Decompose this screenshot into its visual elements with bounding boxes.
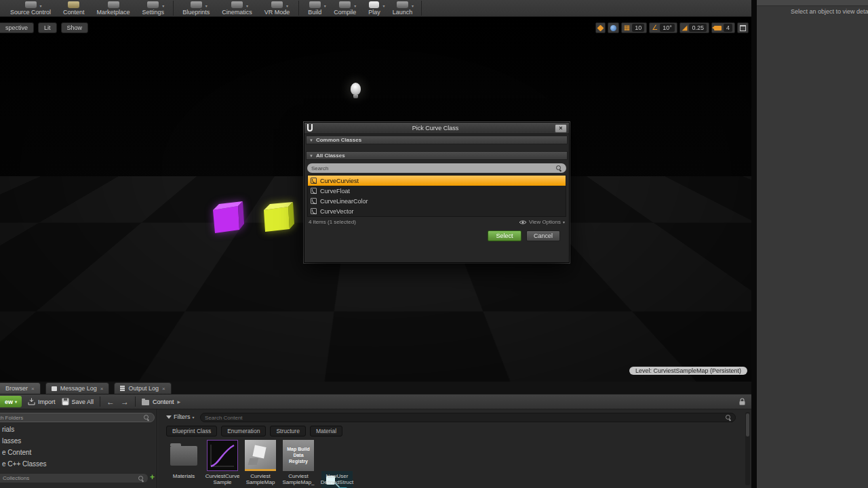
point-light-actor[interactable] bbox=[351, 83, 361, 98]
save-all-button[interactable]: Save All bbox=[62, 398, 94, 405]
cinematics-button[interactable]: ▾ Cinematics bbox=[216, 1, 258, 16]
asset-tile-curviestcurve-sample[interactable] bbox=[207, 440, 238, 471]
blueprints-button[interactable]: ▾ Blueprints bbox=[176, 1, 216, 16]
vr-mode-button[interactable]: ▾ VR Mode bbox=[258, 1, 296, 16]
grid-snap-value[interactable]: 10 bbox=[632, 24, 644, 32]
filter-chip-structure[interactable]: Structure bbox=[270, 426, 306, 436]
asset-tile-curviest-samplemap[interactable] bbox=[245, 440, 276, 471]
tab-output-log[interactable]: Output Log × bbox=[114, 382, 171, 394]
camera-speed-value[interactable]: 4 bbox=[724, 24, 732, 32]
dropdown-caret-icon: ▾ bbox=[563, 220, 565, 224]
section-collapse-icon: ▼ bbox=[309, 154, 313, 158]
save-all-label: Save All bbox=[72, 399, 94, 405]
folders-search-input[interactable] bbox=[0, 415, 141, 421]
rotation-snap-value[interactable]: 10° bbox=[660, 24, 675, 32]
search-icon bbox=[556, 165, 562, 171]
yellow-cube-actor[interactable] bbox=[260, 201, 295, 233]
add-new-button[interactable]: ew ▾ bbox=[0, 396, 22, 407]
lock-icon[interactable] bbox=[738, 398, 746, 406]
details-hint-text: Select an object to view deta bbox=[791, 8, 868, 15]
source-control-button[interactable]: ▾ Source Control bbox=[4, 1, 57, 16]
scale-snap-value[interactable]: 0.25 bbox=[689, 24, 707, 32]
class-name: CurveCurviest bbox=[320, 178, 359, 184]
asset-label: CurviestCurve Sample bbox=[203, 474, 242, 485]
close-icon[interactable]: × bbox=[162, 386, 165, 392]
show-button[interactable]: Show bbox=[61, 22, 89, 33]
section-collapse-icon: ▼ bbox=[309, 138, 313, 142]
class-row-curvelinearcolor[interactable]: CurveLinearColor bbox=[308, 196, 566, 206]
dropdown-caret-icon: ▾ bbox=[324, 3, 326, 8]
thumbnail-text: Data bbox=[293, 453, 303, 458]
folder-tree-item-engine-content[interactable]: e Content bbox=[2, 449, 31, 456]
toolbar-separator bbox=[421, 1, 422, 16]
dropdown-caret-icon: ▾ bbox=[193, 415, 195, 420]
scrollbar-thumb[interactable] bbox=[746, 413, 749, 436]
breadcrumb-caret-icon[interactable]: ▶ bbox=[178, 399, 181, 404]
class-row-curvevector[interactable]: CurveVector bbox=[308, 206, 566, 216]
import-button[interactable]: Import bbox=[28, 398, 56, 405]
filter-chip-material[interactable]: Material bbox=[310, 426, 342, 436]
folder-tree-item-classes[interactable]: lasses bbox=[2, 437, 21, 445]
dialog-titlebar[interactable]: Pick Curve Class × bbox=[304, 123, 569, 134]
grid-snap-icon[interactable]: ▦ bbox=[624, 24, 630, 31]
vr-mode-icon bbox=[271, 1, 283, 8]
marketplace-icon bbox=[108, 1, 119, 8]
collections-input[interactable] bbox=[3, 475, 136, 481]
folder-tree-item-materials[interactable]: rials bbox=[2, 426, 14, 433]
dropdown-caret-icon: ▾ bbox=[40, 3, 42, 8]
asset-tile-materials-folder[interactable] bbox=[168, 440, 199, 471]
build-icon bbox=[309, 1, 321, 8]
filters-button[interactable]: Filters ▾ bbox=[166, 413, 195, 420]
folder-tree-item-engine-cpp-classes[interactable]: e C++ Classes bbox=[2, 460, 47, 468]
back-arrow-icon[interactable]: ← bbox=[106, 398, 115, 406]
settings-button[interactable]: ▾ Settings bbox=[136, 1, 171, 16]
forward-arrow-icon[interactable]: → bbox=[121, 398, 129, 406]
scale-snap-icon[interactable]: ◢ bbox=[682, 24, 688, 31]
asset-tile-samplemap-builddata[interactable]: Map Build Data Registry bbox=[283, 440, 314, 471]
asset-label: Curviest SampleMap_ bbox=[279, 474, 318, 485]
surface-snap-button[interactable] bbox=[595, 22, 606, 33]
launch-button[interactable]: ▾ Launch bbox=[387, 1, 419, 16]
toolbar-separator bbox=[100, 396, 100, 407]
build-button[interactable]: ▾ Build bbox=[302, 1, 328, 16]
rotation-snap-icon[interactable]: ∠ bbox=[652, 24, 658, 31]
level-status-label: Level: CurviestSampleMap (Persistent) bbox=[629, 367, 747, 375]
asset-name-line: Materials bbox=[164, 474, 203, 480]
tab-content-browser[interactable]: Browser × bbox=[0, 382, 41, 394]
content-button[interactable]: Content bbox=[57, 1, 91, 16]
purple-cube-actor[interactable] bbox=[208, 200, 244, 235]
pick-curve-class-dialog: Pick Curve Class × ▼ Common Classes ▼ Al… bbox=[304, 122, 570, 263]
all-classes-section-header[interactable]: ▼ All Classes bbox=[306, 151, 568, 160]
marketplace-button[interactable]: Marketplace bbox=[91, 1, 136, 16]
viewport-3d[interactable]: spective Lit Show ▦ 10 ∠ 10° ◢ 0.25 bbox=[0, 17, 751, 382]
close-icon[interactable]: × bbox=[31, 386, 35, 392]
search-icon bbox=[726, 415, 731, 420]
close-icon[interactable]: × bbox=[555, 124, 567, 133]
breadcrumb-content[interactable]: Content bbox=[153, 399, 174, 405]
select-button[interactable]: Select bbox=[488, 230, 521, 241]
class-row-curvecurviest[interactable]: CurveCurviest bbox=[308, 176, 566, 186]
lit-mode-button[interactable]: Lit bbox=[38, 22, 57, 33]
button-label: Blueprints bbox=[182, 9, 210, 16]
class-search-input[interactable] bbox=[311, 165, 553, 171]
world-coordinate-button[interactable] bbox=[608, 22, 619, 33]
perspective-button[interactable]: spective bbox=[0, 22, 34, 33]
content-search-input[interactable] bbox=[205, 415, 723, 421]
view-options-button[interactable]: View Options ▾ bbox=[519, 219, 565, 225]
class-search-box bbox=[307, 163, 566, 173]
maximize-button[interactable] bbox=[737, 22, 749, 33]
content-browser-asset-view: Filters ▾ Blueprint Class Enumeration St… bbox=[158, 409, 751, 488]
add-collection-button[interactable]: + bbox=[150, 473, 155, 482]
filter-chip-blueprint-class[interactable]: Blueprint Class bbox=[166, 426, 217, 436]
dropdown-caret-icon: ▾ bbox=[354, 3, 356, 8]
filter-chip-enumeration[interactable]: Enumeration bbox=[221, 426, 266, 436]
close-icon[interactable]: × bbox=[100, 386, 104, 392]
cancel-button[interactable]: Cancel bbox=[526, 230, 560, 241]
scrollbar[interactable] bbox=[745, 412, 750, 485]
compile-button[interactable]: ▾ Compile bbox=[328, 1, 362, 16]
class-row-curvefloat[interactable]: CurveFloat bbox=[308, 186, 566, 196]
play-button[interactable]: ▾ Play bbox=[362, 1, 387, 16]
common-classes-section-header[interactable]: ▼ Common Classes bbox=[306, 136, 568, 144]
tab-message-log[interactable]: Message Log × bbox=[45, 382, 110, 394]
camera-icon[interactable] bbox=[714, 26, 722, 30]
